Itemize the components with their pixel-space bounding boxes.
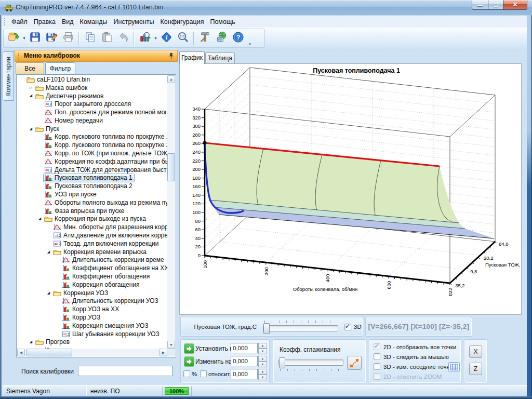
- grid-table-button[interactable]: [448, 362, 460, 372]
- dropdown-caret-icon[interactable]: ▾: [153, 36, 158, 41]
- minimize-button[interactable]: ▬: [472, 0, 488, 10]
- collapse-icon[interactable]: ◢: [45, 250, 52, 254]
- surface-chart[interactable]: 0204060801001201401601802002202402602803…: [180, 64, 522, 315]
- spin-up-icon[interactable]: ▲: [258, 356, 267, 362]
- spin-up-icon[interactable]: ▲: [258, 343, 267, 349]
- close-button[interactable]: ✕: [503, 0, 527, 10]
- slider-thumb[interactable]: [263, 323, 270, 334]
- scroll-up-button[interactable]: ▲: [167, 75, 175, 83]
- apply-change-button[interactable]: [184, 356, 194, 367]
- expand-icon[interactable]: ▷: [28, 86, 34, 90]
- slider-thumb[interactable]: [279, 357, 285, 368]
- percent-checkbox[interactable]: [183, 370, 190, 377]
- tree-item[interactable]: =I.2Шаг убывания коррекции УОЗ: [17, 330, 167, 338]
- scroll-down-button[interactable]: ▼: [167, 341, 175, 349]
- tree-item[interactable]: =I.2Твозд. для включения коррекции: [17, 240, 167, 248]
- horizontal-scroll-thumb[interactable]: [26, 349, 72, 356]
- menu-item-Команды[interactable]: Команды: [77, 17, 111, 27]
- collapse-icon[interactable]: ◢: [36, 217, 43, 221]
- tree-item[interactable]: Коэффициент обогащения: [17, 272, 167, 281]
- menu-item-Файл[interactable]: Файл: [8, 17, 31, 27]
- tree-item[interactable]: Коррекция смещения УОЗ: [17, 322, 167, 330]
- apply-set-button[interactable]: [184, 343, 194, 354]
- depth-axis-slider[interactable]: [263, 320, 338, 335]
- menu-item-Вид[interactable]: Вид: [59, 17, 77, 27]
- tree-item[interactable]: ◢Коррекция времени впрыска: [17, 248, 167, 256]
- sidebar-tab-filter[interactable]: Фильтр: [45, 62, 75, 74]
- paste-button[interactable]: [99, 31, 114, 46]
- tree-item[interactable]: ◢Пуск: [17, 125, 167, 133]
- collapse-icon[interactable]: ◢: [28, 340, 34, 344]
- smoothing-slider[interactable]: [278, 358, 343, 374]
- tree-item[interactable]: Длительность коррекции УОЗ: [17, 297, 167, 305]
- tree-item[interactable]: ◢Коррекция УОЗ: [17, 289, 167, 297]
- tree-item[interactable]: Коэффициент обогащения на ХХ: [17, 264, 167, 272]
- x-axis-button[interactable]: X: [469, 345, 482, 358]
- print-button[interactable]: [60, 31, 76, 46]
- network-button[interactable]: [214, 31, 229, 46]
- tree-item[interactable]: caLF1010 Lifan.bin: [17, 75, 167, 84]
- menu-item-Правка[interactable]: Правка: [31, 17, 59, 27]
- maximize-button[interactable]: ▢: [488, 0, 503, 10]
- collapse-icon[interactable]: ◢: [28, 127, 34, 131]
- spin-up-icon[interactable]: ▲: [258, 369, 267, 375]
- tree-item[interactable]: =I.2Атм.давление для включения коррек: [17, 231, 167, 240]
- set-to-spinner[interactable]: ▲▼: [231, 343, 267, 353]
- panel-grip[interactable]: [18, 52, 20, 60]
- tree-item[interactable]: Корр. по ТОЖ (при полож. дельте ТОЖ): [17, 149, 167, 157]
- copy-button[interactable]: [82, 31, 98, 46]
- smoothing-apply-button[interactable]: [347, 356, 362, 370]
- set-to-input[interactable]: [231, 343, 258, 353]
- tab-graph[interactable]: График: [179, 51, 205, 64]
- menu-item-Конфигурация[interactable]: Конфигурация: [157, 17, 207, 27]
- vertical-scroll-thumb[interactable]: [167, 153, 175, 181]
- tree-item[interactable]: Обороты полного выхода из режима пус: [17, 198, 167, 207]
- tree-item[interactable]: ◢Прогрев: [17, 338, 167, 347]
- menu-item-Инструменты[interactable]: Инструменты: [111, 17, 157, 27]
- tree-item[interactable]: Пусковая топливоподача 2: [17, 182, 167, 190]
- tree-item[interactable]: =I.2Дельта ТОЖ для детектирования быстр: [17, 166, 167, 174]
- dropdown-caret-icon[interactable]: ▾: [22, 36, 26, 41]
- tree-item[interactable]: Корр.УОЗ на ХХ: [17, 305, 167, 313]
- spin-down-icon[interactable]: ▼: [258, 375, 267, 380]
- view-option-checkbox[interactable]: [374, 363, 380, 370]
- view-option-checkbox[interactable]: [374, 343, 380, 350]
- relative-input[interactable]: [231, 369, 258, 379]
- tree-item[interactable]: Номер передачи: [17, 116, 167, 125]
- tree-item[interactable]: Коррекция по коэфф.адаптации при быс: [17, 157, 167, 166]
- tree-horizontal-scrollbar[interactable]: ◀ ▶: [17, 349, 167, 356]
- tree-item[interactable]: Фаза впрыска при пуске: [17, 207, 167, 215]
- change-by-input[interactable]: [231, 356, 258, 366]
- collapse-icon[interactable]: ◢: [28, 94, 34, 98]
- tree-item[interactable]: Длительность коррекции време: [17, 256, 167, 264]
- save-as-button[interactable]: [44, 31, 59, 46]
- slider-track[interactable]: [263, 325, 338, 331]
- tree-item[interactable]: ◢Диспетчер режимов: [17, 92, 167, 100]
- help-button[interactable]: ?: [230, 31, 246, 46]
- view-option-checkbox[interactable]: [374, 353, 380, 360]
- info-button[interactable]: i: [158, 31, 174, 46]
- slider-track[interactable]: [278, 360, 343, 366]
- undo-button[interactable]: [115, 31, 131, 46]
- tree-item[interactable]: Корр.УОЗ: [17, 313, 167, 322]
- scroll-left-button[interactable]: ◀: [17, 349, 25, 356]
- tree-item[interactable]: УОЗ при пуске: [17, 190, 167, 198]
- menu-grip[interactable]: [4, 18, 6, 26]
- tree-item[interactable]: Пол. дросселя для режима полной мощн: [17, 108, 167, 116]
- tree-item[interactable]: Мин. обороты для разрешения корре: [17, 223, 167, 231]
- tree-item[interactable]: ▷Маска ошибок: [17, 84, 167, 92]
- preview-button[interactable]: 110: [175, 31, 191, 46]
- relative-spinner[interactable]: ▲▼: [231, 369, 267, 379]
- chart-panel[interactable]: 0204060801001201401601802002202402602803…: [179, 63, 522, 315]
- toolbar-overflow-icon[interactable]: ▾: [247, 31, 252, 46]
- chart-view-button[interactable]: [137, 31, 153, 46]
- save-button[interactable]: [27, 31, 43, 46]
- tree-item[interactable]: =I.2Порог закрытого дросселя: [17, 100, 167, 108]
- tools-button[interactable]: [197, 31, 212, 46]
- 3d-checkbox[interactable]: [344, 324, 351, 330]
- title-bar[interactable]: ChipTuningPRO ver.7.4.7.964 - caLF1010 L…: [0, 0, 532, 15]
- scroll-right-button[interactable]: ▶: [159, 349, 167, 356]
- change-by-spinner[interactable]: ▲▼: [231, 356, 267, 366]
- spin-down-icon[interactable]: ▼: [258, 362, 267, 367]
- sidebar-tab-all[interactable]: Все: [16, 62, 44, 74]
